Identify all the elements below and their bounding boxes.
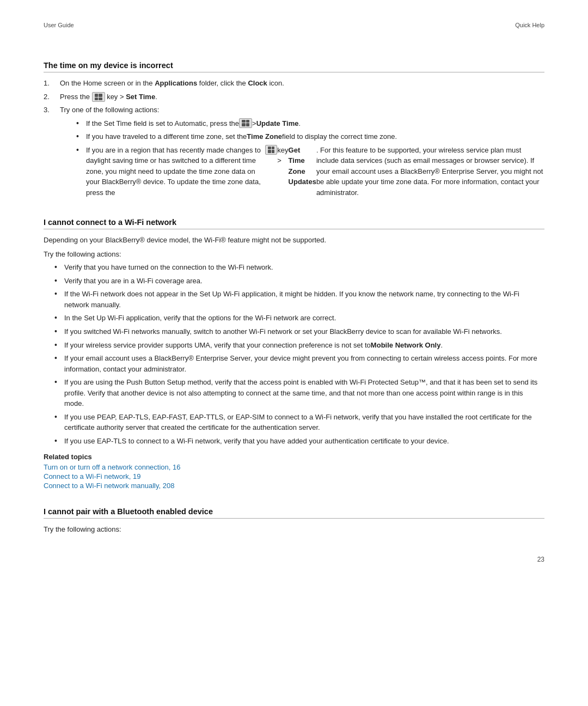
related-topics-wifi: Related topics Turn on or turn off a net… bbox=[44, 453, 544, 490]
menu-key-2 bbox=[239, 118, 252, 128]
step-2: 2. Press the key > Set Time. bbox=[44, 92, 544, 102]
step-num-2: 2. bbox=[44, 92, 60, 102]
wifi-bullet-8: If you are using the Push Button Setup m… bbox=[54, 377, 544, 409]
wifi-bullet-7: If your email account uses a BlackBerry®… bbox=[54, 353, 544, 374]
step-3-bullets: If the Set Time field is set to Automati… bbox=[60, 118, 544, 198]
related-link-1[interactable]: Turn on or turn off a network connection… bbox=[44, 463, 544, 471]
wifi-bullet-10: If you use EAP-TLS to connect to a Wi-Fi… bbox=[54, 436, 544, 447]
header-right: Quick Help bbox=[515, 22, 544, 28]
wifi-bullet-4: In the Set Up Wi-Fi application, verify … bbox=[54, 313, 544, 324]
menu-key-1 bbox=[92, 92, 105, 102]
step-1-text: On the Home screen or in the Application… bbox=[60, 78, 284, 89]
section-time-incorrect: The time on my device is incorrect 1. On… bbox=[44, 61, 544, 200]
wifi-bullet-9: If you use PEAP, EAP-TLS, EAP-FAST, EAP-… bbox=[54, 412, 544, 433]
related-link-3[interactable]: Connect to a Wi-Fi network manually, 208 bbox=[44, 482, 544, 490]
header-left: User Guide bbox=[44, 22, 74, 28]
step-num-3: 3. bbox=[44, 105, 60, 115]
step-1: 1. On the Home screen or in the Applicat… bbox=[44, 78, 544, 89]
related-topics-title: Related topics bbox=[44, 453, 544, 461]
step-num-1: 1. bbox=[44, 78, 60, 89]
step-2-text: Press the key > Set Time. bbox=[60, 92, 157, 102]
wifi-sub-intro: Try the following actions: bbox=[44, 249, 544, 260]
page: User Guide Quick Help The time on my dev… bbox=[0, 0, 588, 585]
wifi-intro: Depending on your BlackBerry® device mod… bbox=[44, 235, 544, 246]
step-3-content: Try one of the following actions: If the… bbox=[60, 105, 544, 200]
bluetooth-sub-intro: Try the following actions: bbox=[44, 524, 544, 535]
menu-key-3 bbox=[265, 145, 277, 155]
section-title-wifi: I cannot connect to a Wi-Fi network bbox=[44, 218, 544, 229]
section-wifi: I cannot connect to a Wi-Fi network Depe… bbox=[44, 218, 544, 490]
page-number: 23 bbox=[537, 556, 544, 563]
section-title-time: The time on my device is incorrect bbox=[44, 61, 544, 72]
wifi-bullet-1: Verify that you have turned on the conne… bbox=[54, 262, 544, 273]
step-3: 3. Try one of the following actions: If … bbox=[44, 105, 544, 200]
wifi-bullet-6: If your wireless service provider suppor… bbox=[54, 340, 544, 351]
bullet-timezone: If you have traveled to a different time… bbox=[76, 131, 544, 142]
section-title-bluetooth: I cannot pair with a Bluetooth enabled d… bbox=[44, 507, 544, 519]
related-link-2[interactable]: Connect to a Wi-Fi network, 19 bbox=[44, 472, 544, 480]
wifi-bullets: Verify that you have turned on the conne… bbox=[44, 262, 544, 446]
time-steps-list: 1. On the Home screen or in the Applicat… bbox=[44, 78, 544, 200]
bullet-daylight: If you are in a region that has recently… bbox=[76, 145, 544, 198]
bullet-auto: If the Set Time field is set to Automati… bbox=[76, 118, 544, 129]
wifi-bullet-5: If you switched Wi-Fi networks manually,… bbox=[54, 326, 544, 337]
header: User Guide Quick Help bbox=[44, 22, 544, 28]
section-bluetooth: I cannot pair with a Bluetooth enabled d… bbox=[44, 507, 544, 535]
wifi-bullet-3: If the Wi-Fi network does not appear in … bbox=[54, 289, 544, 310]
wifi-bullet-2: Verify that you are in a Wi-Fi coverage … bbox=[54, 276, 544, 287]
